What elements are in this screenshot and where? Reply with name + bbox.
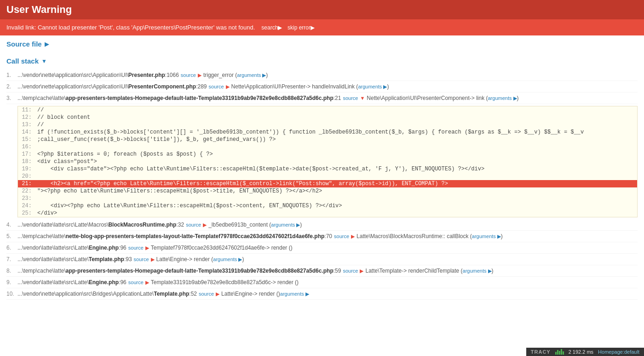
code-line: 21: <h2><a href="<?php echo Latte\Runtim… xyxy=(18,180,637,187)
stack-source-arrow: ▶ xyxy=(203,222,207,228)
stack-source-link[interactable]: source xyxy=(199,291,214,297)
stack-source-link[interactable]: source xyxy=(343,95,358,101)
stack-num: 6. xyxy=(6,245,16,251)
code-text: <div class="post"> xyxy=(37,158,97,165)
line-number: 22: xyxy=(21,188,37,194)
code-line: 14:if (!function_exists($_b->blocks['con… xyxy=(18,128,637,136)
stack-args-link[interactable]: arguments ▶ xyxy=(463,268,492,274)
error-bar: Invalid link: Cannot load presenter 'Pos… xyxy=(0,19,644,35)
stack-call: Latte\Engine-> render ()arguments ▶ xyxy=(221,291,309,297)
code-line: 19: <div class="date"><?php echo Latte\R… xyxy=(18,165,637,173)
line-number: 14: xyxy=(21,129,37,135)
stack-path: ...\temp\cache\latte\app-presenters-temp… xyxy=(17,268,341,274)
stack-source-link[interactable]: source xyxy=(186,222,201,228)
stack-path: ...\temp\cache\latte\app-presenters-temp… xyxy=(17,95,341,101)
line-number: 12: xyxy=(21,114,37,121)
line-number: 17: xyxy=(21,151,37,158)
code-line: 12:// block content xyxy=(18,114,637,121)
call-stack-list: 1. ...\vendor\nette\application\src\Appl… xyxy=(0,70,644,300)
stack-call: trigger_error (arguments ▶) xyxy=(203,72,268,78)
code-line: 20: xyxy=(18,173,637,180)
stack-call: Latte\Macros\BlockMacrosRuntime:: callBl… xyxy=(356,233,503,239)
stack-path: ...\vendor\latte\latte\src\Latte\Engine.… xyxy=(17,245,126,251)
stack-args-link[interactable]: arguments ▶ xyxy=(213,257,242,262)
stack-item: 7. ...\vendor\latte\latte\src\Latte\Temp… xyxy=(6,254,638,265)
code-text: <h2><a href="<?php echo Latte\Runtime\Fi… xyxy=(37,181,448,187)
stack-call: Latte\Template-> renderChildTemplate (ar… xyxy=(365,268,493,274)
stack-num: 9. xyxy=(6,279,16,286)
stack-item: 9. ...\vendor\latte\latte\src\Latte\Engi… xyxy=(6,277,638,288)
stack-call: Nette\Application\UI\PresenterComponent-… xyxy=(367,95,518,101)
stack-source-arrow: ▼ xyxy=(360,95,365,101)
source-file-label: Source file xyxy=(6,40,42,48)
call-stack-label: Call stack xyxy=(6,57,39,65)
code-text: <?php $iterations = 0; foreach ($posts a… xyxy=(37,151,213,158)
code-text: "><?php echo Latte\Runtime\Filters::esca… xyxy=(37,188,322,194)
code-line: 11:// xyxy=(18,106,637,114)
stack-num: 7. xyxy=(6,256,16,263)
line-number: 23: xyxy=(21,195,37,202)
code-line: 15:;call_user_func(reset($_b->blocks['ti… xyxy=(18,136,637,143)
stack-num: 1. xyxy=(6,72,16,78)
stack-source-link[interactable]: source xyxy=(334,233,349,239)
line-number: 19: xyxy=(21,166,37,172)
stack-args-link[interactable]: arguments ▶ xyxy=(280,291,309,297)
stack-call: Nette\Application\UI\Presenter-> handleI… xyxy=(231,83,389,90)
stack-source-link[interactable]: source xyxy=(128,245,144,251)
page-title: User Warning xyxy=(6,4,638,16)
page-header: User Warning xyxy=(0,0,644,19)
stack-item: 1. ...\vendor\nette\application\src\Appl… xyxy=(6,70,638,81)
search-link[interactable]: search▶ xyxy=(261,24,282,31)
stack-source-link[interactable]: source xyxy=(209,84,224,89)
stack-item: 8. ...\temp\cache\latte\app-presenters-t… xyxy=(6,265,638,277)
stack-args-link[interactable]: arguments ▶ xyxy=(472,233,501,239)
code-line: 16: xyxy=(18,143,637,151)
stack-source-link[interactable]: source xyxy=(128,280,144,285)
stack-source-arrow: ▶ xyxy=(360,268,363,274)
stack-item: 2. ...\vendor\nette\application\src\Appl… xyxy=(6,81,638,93)
stack-call: Templatef7978f0ccae263dd6247602f1d4ae6fe… xyxy=(151,245,293,251)
code-line: 22:"><?php echo Latte\Runtime\Filters::e… xyxy=(18,187,637,195)
line-number: 25: xyxy=(21,210,37,216)
call-stack-section[interactable]: Call stack ▼ xyxy=(0,53,644,70)
stack-call: Latte\Engine-> render (arguments ▶) xyxy=(156,256,244,263)
code-text: ;call_user_func(reset($_b->blocks['title… xyxy=(37,136,276,143)
source-file-section[interactable]: Source file ▶ xyxy=(0,35,644,53)
error-links: search▶ skip error▶ xyxy=(258,24,315,31)
skip-error-link[interactable]: skip error▶ xyxy=(288,24,315,31)
stack-item: 3. ...\temp\cache\latte\app-presenters-t… xyxy=(6,93,638,104)
stack-item: 10. ...\vendor\nette\application\src\Bri… xyxy=(6,288,638,300)
code-text: <div><?php echo Latte\Runtime\Filters::e… xyxy=(37,203,342,209)
stack-source-link[interactable]: source xyxy=(343,268,358,274)
stack-source-arrow: ▶ xyxy=(145,245,149,251)
line-number: 11: xyxy=(21,107,37,113)
code-line: 13:// xyxy=(18,121,637,128)
code-text: // block content xyxy=(37,114,90,121)
stack-num: 5. xyxy=(6,233,16,239)
stack-source-link[interactable]: source xyxy=(181,72,196,78)
code-block: 11://12:// block content13://14:if (!fun… xyxy=(17,106,638,217)
line-number: 24: xyxy=(21,203,37,209)
stack-path: ...\vendor\latte\latte\src\Latte\Templat… xyxy=(17,256,132,263)
source-file-arrow: ▶ xyxy=(45,41,49,47)
code-text: // xyxy=(37,122,44,128)
stack-source-link[interactable]: source xyxy=(134,257,149,262)
line-number: 20: xyxy=(21,173,37,180)
stack-source-arrow: ▶ xyxy=(145,280,149,286)
stack-path: ...\vendor\nette\application\src\Bridges… xyxy=(17,291,197,297)
stack-args-link[interactable]: arguments ▶ xyxy=(271,222,300,228)
stack-item: 4. ...\vendor\latte\latte\src\Latte\Macr… xyxy=(6,219,638,231)
line-number: 13: xyxy=(21,122,37,128)
stack-source-arrow: ▶ xyxy=(151,257,155,263)
stack-item: 6. ...\vendor\latte\latte\src\Latte\Engi… xyxy=(6,242,638,254)
stack-args-link[interactable]: arguments ▶ xyxy=(237,72,266,78)
line-number: 16: xyxy=(21,144,37,150)
stack-path: ...\vendor\nette\application\src\Applica… xyxy=(17,83,207,90)
code-line: 25:</div> xyxy=(18,210,637,217)
stack-num: 2. xyxy=(6,83,16,90)
code-line: 24: <div><?php echo Latte\Runtime\Filter… xyxy=(18,202,637,210)
stack-args-link[interactable]: arguments ▶ xyxy=(488,95,517,101)
stack-source-arrow: ▶ xyxy=(351,233,355,239)
stack-args-link[interactable]: arguments ▶ xyxy=(358,84,387,89)
stack-call: Template33191b9ab9e782e9e8cdb88e827a5d6c… xyxy=(151,279,299,286)
